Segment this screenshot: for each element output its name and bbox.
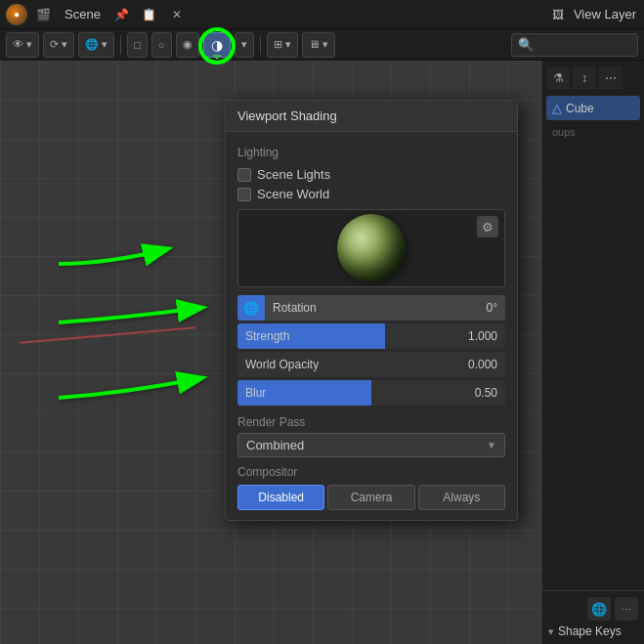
shape-keys-header: ▾ Shape Keys bbox=[548, 624, 638, 638]
cube-item[interactable]: △ Cube bbox=[546, 96, 640, 120]
rotation-value: 0° bbox=[479, 301, 505, 315]
search-box[interactable]: 🔍 bbox=[511, 33, 638, 57]
compositor-always-btn[interactable]: Always bbox=[418, 485, 505, 510]
compositor-buttons: Disabled Camera Always bbox=[237, 485, 505, 510]
arrow-scene-world bbox=[49, 225, 186, 277]
world-icon-btn[interactable]: 🌐 bbox=[587, 597, 611, 621]
world-opacity-value: 0.000 bbox=[468, 358, 505, 371]
scene-icon[interactable]: 🎬 bbox=[31, 3, 55, 26]
viewport-shading-btn[interactable]: ◑ bbox=[203, 32, 231, 58]
rotation-world-icon: 🌐 bbox=[237, 295, 265, 321]
rotation-label: Rotation bbox=[265, 301, 479, 315]
viewport-wire-btn[interactable]: ○ bbox=[151, 32, 172, 58]
scene-lights-checkbox[interactable] bbox=[237, 168, 251, 182]
shape-keys-panel: 🌐 ⋯ ▾ Shape Keys bbox=[542, 590, 644, 644]
arrow-strength bbox=[49, 354, 220, 410]
lighting-section-label: Lighting bbox=[237, 146, 505, 159]
shading-panel: Viewport Shading Lighting Scene Lights S… bbox=[225, 100, 518, 521]
divider2 bbox=[260, 35, 261, 55]
blur-value: 0.50 bbox=[475, 386, 505, 400]
strength-value: 1.000 bbox=[468, 329, 505, 343]
world-opacity-label: World Opacity bbox=[237, 358, 468, 371]
search-icon: 🔍 bbox=[518, 37, 534, 52]
vp-filter-icon[interactable]: ⚗ bbox=[546, 66, 570, 90]
scene-copy-icon[interactable]: 📋 bbox=[138, 3, 161, 26]
top-bar-left: ● 🎬 Scene 📌 📋 ✕ bbox=[0, 3, 194, 26]
scene-world-checkbox[interactable] bbox=[237, 188, 251, 201]
compositor-disabled-btn[interactable]: Disabled bbox=[237, 485, 324, 510]
combined-label: Combined bbox=[246, 438, 487, 452]
divider bbox=[120, 35, 121, 55]
hdri-sphere bbox=[337, 214, 406, 282]
vp-sort-icon[interactable]: ↕ bbox=[573, 66, 596, 90]
transform-btn[interactable]: ⟳ ▾ bbox=[43, 32, 74, 58]
shape-keys-chevron: ▾ bbox=[548, 625, 554, 638]
viewport-solid-btn[interactable]: □ bbox=[127, 32, 148, 58]
blur-slider[interactable]: Blur 0.50 bbox=[237, 380, 505, 406]
snap-btn[interactable]: 🌐 ▾ bbox=[78, 32, 114, 58]
viewport-look-btn[interactable]: ◉ bbox=[176, 32, 199, 58]
blur-label: Blur bbox=[237, 386, 475, 400]
groups-partial: oups bbox=[546, 124, 640, 140]
compositor-camera-btn[interactable]: Camera bbox=[327, 485, 414, 510]
scene-label: Scene bbox=[59, 7, 107, 21]
viewport[interactable]: ⚗ ↕ ⋯ △ Cube oups 🌐 ⋯ ▾ Shape K bbox=[0, 61, 644, 644]
arrow-hdri bbox=[49, 283, 220, 335]
scene-pin-icon[interactable]: 📌 bbox=[110, 3, 134, 26]
hdri-preview-area[interactable]: ⚙ bbox=[237, 209, 505, 287]
visibility-btn[interactable]: 👁 ▾ bbox=[6, 32, 39, 58]
snap-toggle-btn[interactable]: ⊞ ▾ bbox=[267, 32, 298, 58]
dropdown-arrow-icon: ▼ bbox=[487, 440, 496, 451]
rotation-row[interactable]: 🌐 Rotation 0° bbox=[237, 295, 505, 321]
viewport-dropdown-btn[interactable]: ▾ bbox=[235, 32, 254, 58]
blender-logo[interactable]: ● bbox=[6, 4, 27, 25]
hdri-gear-btn[interactable]: ⚙ bbox=[477, 216, 498, 237]
view-layer-label: View Layer bbox=[574, 7, 636, 21]
scene-world-label: Scene World bbox=[257, 187, 329, 201]
scene-close-icon[interactable]: ✕ bbox=[165, 3, 189, 26]
shading-btn-container: ◑ bbox=[203, 32, 231, 58]
vp-right-icons: ⚗ ↕ ⋯ bbox=[546, 66, 640, 90]
search-input[interactable] bbox=[534, 38, 631, 52]
toolbar2: 👁 ▾ ⟳ ▾ 🌐 ▾ □ ○ ◉ ◑ ▾ ⊞ ▾ 🖥 ▾ 🔍 bbox=[0, 29, 644, 61]
overlay-btn[interactable]: 🖥 ▾ bbox=[302, 32, 335, 58]
vp-icon-row1: ⚗ ↕ ⋯ bbox=[546, 66, 640, 90]
cube-label: Cube bbox=[566, 102, 594, 115]
scene-world-row: Scene World bbox=[237, 187, 505, 201]
panel-body: Lighting Scene Lights Scene World ⚙ bbox=[226, 132, 517, 520]
top-bar: ● 🎬 Scene 📌 📋 ✕ 🖼 View Layer bbox=[0, 0, 644, 29]
main-area: ⚗ ↕ ⋯ △ Cube oups 🌐 ⋯ ▾ Shape K bbox=[0, 61, 644, 644]
scene-lights-row: Scene Lights bbox=[237, 167, 505, 182]
shape-keys-label: Shape Keys bbox=[558, 624, 622, 638]
strength-label: Strength bbox=[237, 329, 468, 343]
vp-dot-icon[interactable]: ⋯ bbox=[599, 66, 623, 90]
render-pass-label: Render Pass bbox=[237, 415, 505, 429]
dots-btn[interactable]: ⋯ bbox=[615, 597, 638, 621]
gear-icon: ⚙ bbox=[482, 220, 494, 235]
strength-slider[interactable]: Strength 1.000 bbox=[237, 323, 505, 349]
panel-title: Viewport Shading bbox=[226, 101, 517, 132]
cube-icon: △ bbox=[552, 101, 562, 115]
top-bar-right: 🖼 View Layer bbox=[538, 3, 644, 26]
render-icon[interactable]: 🖼 bbox=[546, 3, 570, 26]
compositor-label: Compositor bbox=[237, 465, 505, 479]
world-opacity-slider[interactable]: World Opacity 0.000 bbox=[237, 352, 505, 377]
combined-dropdown[interactable]: Combined ▼ bbox=[237, 433, 505, 457]
scene-lights-label: Scene Lights bbox=[257, 167, 330, 182]
viewport-right-panel: ⚗ ↕ ⋯ △ Cube oups 🌐 ⋯ ▾ Shape K bbox=[541, 61, 644, 644]
bottom-icons: 🌐 ⋯ bbox=[548, 597, 638, 621]
